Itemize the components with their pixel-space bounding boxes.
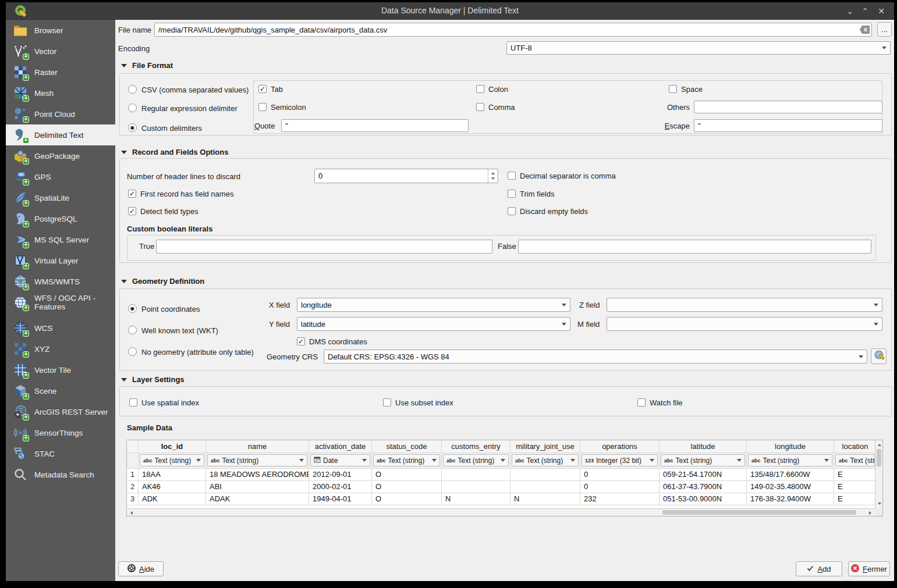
type-selector-longitude[interactable]: abcText (string)	[748, 454, 832, 466]
sidebar-item-raster[interactable]: Raster	[6, 62, 115, 83]
column-header-latitude[interactable]: latitude	[660, 440, 747, 453]
sidebar-item-scene[interactable]: Scene	[6, 380, 115, 401]
window-restore-button[interactable]: ⌃	[858, 4, 872, 18]
use-spatial-index-checkbox[interactable]	[129, 398, 137, 407]
type-selector-name[interactable]: abcText (string)	[207, 454, 307, 466]
column-header-status-code[interactable]: status_code	[372, 440, 442, 453]
browse-file-button[interactable]: ...	[877, 22, 892, 37]
sidebar-item-delimited-text[interactable]: Delimited Text	[6, 124, 115, 145]
regex-delimiter-radio[interactable]	[128, 104, 137, 112]
sidebar-item-arcgis-rest-server[interactable]: ArcGIS REST Server	[6, 401, 115, 422]
column-header-military-joint-use[interactable]: military_joint_use	[510, 440, 580, 453]
geometry-section-header[interactable]: Geometry Definition	[121, 277, 204, 286]
type-selector-military-joint-use[interactable]: abcText (string)	[512, 454, 579, 466]
type-selector-loc-id[interactable]: abcText (string)	[140, 454, 204, 466]
sidebar-item-vector[interactable]: Vector	[6, 41, 115, 62]
sidebar-item-wcs[interactable]: WCS	[6, 318, 115, 338]
sidebar-item-wfs-ogc-api-features[interactable]: WFS / OGC API - Features	[6, 292, 115, 313]
semicolon-checkbox[interactable]	[258, 103, 267, 111]
wkt-radio[interactable]	[128, 326, 137, 334]
column-header-customs-entry[interactable]: customs_entry	[442, 440, 510, 453]
sidebar-item-virtual-layer[interactable]: Virtual Layer	[6, 250, 115, 271]
spin-up-icon[interactable]	[488, 169, 498, 176]
escape-input[interactable]	[694, 122, 882, 130]
true-input[interactable]	[157, 243, 492, 251]
x-field-select[interactable]: longitude	[297, 298, 570, 312]
sidebar-item-point-cloud[interactable]: Point Cloud	[6, 104, 115, 124]
csv-radio[interactable]	[128, 85, 137, 94]
false-input[interactable]	[519, 243, 871, 251]
header-lines-input[interactable]	[315, 169, 488, 183]
spin-down-icon[interactable]	[488, 176, 498, 183]
column-header-loc-id[interactable]: loc_id	[139, 440, 206, 453]
discard-empty-fields-checkbox[interactable]	[508, 207, 516, 215]
z-field-select[interactable]	[607, 298, 882, 312]
m-field-select[interactable]	[607, 317, 882, 331]
column-header-operations[interactable]: operations	[580, 440, 660, 453]
sidebar-item-mesh[interactable]: Mesh	[6, 83, 115, 104]
type-selector-location[interactable]: abcText (string)	[835, 454, 875, 466]
file-name-input[interactable]	[155, 26, 857, 34]
sidebar-item-postgresql[interactable]: PostgreSQL	[6, 208, 115, 229]
select-crs-button[interactable]	[871, 348, 887, 364]
vertical-scroll-thumb[interactable]	[877, 449, 881, 466]
close-dialog-button[interactable]: Fermer	[848, 561, 890, 576]
column-header-longitude[interactable]: longitude	[747, 440, 834, 453]
layer-settings-section-header[interactable]: Layer Settings	[121, 375, 185, 384]
colon-checkbox[interactable]	[476, 85, 484, 93]
sidebar-item-xyz[interactable]: XYZ	[6, 338, 115, 359]
trim-fields-checkbox[interactable]	[508, 190, 516, 198]
sidebar-item-spatialite[interactable]: SpatiaLite	[6, 187, 115, 208]
quote-input[interactable]	[282, 122, 468, 130]
type-selector-latitude[interactable]: abcText (string)	[661, 454, 745, 466]
window-close-button[interactable]: ✕	[874, 4, 888, 18]
type-selector-operations[interactable]: 123Integer (32 bit)	[582, 454, 658, 466]
no-geometry-radio[interactable]	[128, 347, 137, 356]
sidebar-item-wms-wmts[interactable]: WMS/WMTS	[6, 271, 115, 292]
decimal-separator-checkbox[interactable]	[508, 172, 516, 180]
y-field-select[interactable]: latitude	[297, 317, 570, 331]
scroll-down-icon[interactable]	[875, 501, 883, 508]
tab-checkbox[interactable]: ✓	[258, 85, 267, 93]
type-selector-status-code[interactable]: abcText (string)	[373, 454, 440, 466]
sidebar-item-sensorthings[interactable]: SensorThings	[6, 422, 115, 443]
space-checkbox[interactable]	[669, 85, 677, 93]
help-button[interactable]: Aide	[118, 561, 164, 576]
record-options-section-header[interactable]: Record and Fields Options	[121, 148, 228, 156]
point-coordinates-radio[interactable]: ●	[128, 304, 137, 313]
table-horizontal-scrollbar[interactable]	[127, 508, 875, 516]
column-header-location[interactable]: location	[834, 440, 876, 453]
sidebar-item-geopackage[interactable]: GeoPackage	[6, 145, 115, 166]
watch-file-checkbox[interactable]	[637, 398, 646, 407]
virtual-layer-icon	[13, 253, 28, 268]
sidebar-item-stac[interactable]: STAC	[6, 443, 115, 464]
detect-field-types-checkbox[interactable]: ✓	[128, 207, 136, 215]
first-record-checkbox[interactable]: ✓	[128, 190, 136, 198]
dms-coordinates-checkbox[interactable]: ✓	[297, 337, 305, 345]
horizontal-scroll-thumb[interactable]	[662, 510, 856, 515]
scroll-left-icon[interactable]	[127, 509, 134, 516]
sidebar-item-metadata-search[interactable]: Metadata Search	[6, 464, 115, 485]
comma-checkbox[interactable]	[476, 103, 484, 111]
type-selector-activation-date[interactable]: Date	[310, 454, 370, 466]
type-selector-customs-entry[interactable]: abcText (string)	[443, 454, 509, 466]
encoding-select[interactable]: UTF-8	[506, 41, 891, 55]
sidebar-item-vector-tile[interactable]: Vector Tile	[6, 359, 115, 380]
scroll-up-icon[interactable]	[875, 440, 883, 448]
column-header-activation-date[interactable]: activation_date	[309, 440, 372, 453]
clear-text-icon[interactable]	[857, 26, 871, 34]
sidebar-item-ms-sql-server[interactable]: MS SQL Server	[6, 229, 115, 250]
geometry-crs-select[interactable]: Default CRS: EPSG:4326 - WGS 84	[324, 350, 867, 364]
custom-delimiters-radio[interactable]: ●	[128, 123, 137, 132]
scroll-right-icon[interactable]	[867, 509, 875, 516]
sidebar-item-gps[interactable]: GPS	[6, 166, 115, 187]
sidebar-item-browser[interactable]: Browser	[6, 20, 115, 41]
others-input[interactable]	[694, 103, 882, 112]
use-subset-index-checkbox[interactable]	[383, 398, 391, 407]
window-shade-button[interactable]: ⌄	[843, 4, 857, 18]
header-lines-spinbox[interactable]	[314, 169, 498, 183]
column-header-name[interactable]: name	[206, 440, 309, 453]
table-vertical-scrollbar[interactable]	[875, 440, 882, 508]
file-format-section-header[interactable]: File Format	[121, 61, 173, 70]
add-button[interactable]: Add	[796, 561, 842, 576]
